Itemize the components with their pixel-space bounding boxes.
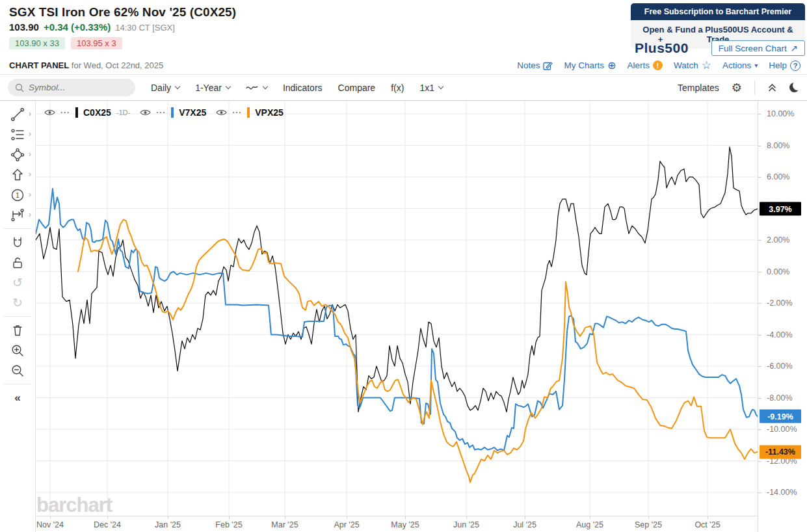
legend-color-bar xyxy=(247,107,250,118)
y-axis-tick xyxy=(758,398,761,399)
drawing-tools-rail: › › › › 1 › › ↺ ↻ xyxy=(0,101,36,532)
panel-date-subtitle: for Wed, Oct 22nd, 2025 xyxy=(72,60,163,70)
legend-period: -1D- xyxy=(116,109,130,116)
last-value-badge-V7X25: -9.19% xyxy=(760,410,801,423)
chart-canvas[interactable] xyxy=(36,101,758,516)
zoom-out-tool[interactable] xyxy=(2,360,33,380)
series-line-V7X25 xyxy=(36,189,758,451)
caret-down-icon: ▾ xyxy=(754,62,758,69)
legend-color-bar xyxy=(75,107,78,118)
chart-legend: ··· C0X25 -1D- ··· V7X25 ··· VPX25 xyxy=(44,107,287,118)
redo-icon: ↻ xyxy=(12,297,23,309)
x-axis-label: Nov '24 xyxy=(36,520,64,529)
actions-dropdown[interactable]: Actions ▾ xyxy=(722,60,758,70)
chart-type-dropdown[interactable] xyxy=(246,83,267,92)
gear-settings-icon[interactable]: ⚙ xyxy=(732,81,742,95)
tool-expand-chevron: › xyxy=(29,109,31,118)
shapes-tool[interactable]: › xyxy=(2,144,33,165)
watch-link[interactable]: Watch ☆ xyxy=(674,59,711,72)
rail-divider xyxy=(4,384,31,384)
magnet-mode-tool[interactable] xyxy=(2,232,33,252)
y-axis-label: -4.00% xyxy=(767,330,793,339)
legend-menu-dots[interactable]: ··· xyxy=(232,108,242,117)
compare-button[interactable]: Compare xyxy=(338,83,376,93)
x-axis[interactable]: Nov '24Dec '24Jan '25Feb '25Mar '25Apr '… xyxy=(36,516,758,532)
y-axis-label: -14.00% xyxy=(767,488,797,497)
plus500-logo-plus: + xyxy=(658,34,663,44)
plus500-logo[interactable]: Plus+500 xyxy=(631,40,689,56)
indicators-button[interactable]: Indicators xyxy=(283,83,323,93)
lock-drawings-tool[interactable] xyxy=(2,252,33,273)
x-axis-label: Aug '25 xyxy=(576,520,603,529)
trend-line-tool[interactable]: › xyxy=(2,104,33,124)
undo-button[interactable]: ↺ xyxy=(2,273,33,293)
grid-layout-dropdown[interactable]: 1x1 xyxy=(419,83,443,93)
tool-expand-chevron: › xyxy=(29,150,31,159)
last-value-badge-C0X25: 3.97% xyxy=(760,202,801,216)
y-axis-tick xyxy=(758,461,761,462)
y-axis[interactable]: 10.00%8.00%6.00%4.00%2.00%0.00%-2.00%-4.… xyxy=(758,101,807,532)
eye-visibility-icon[interactable] xyxy=(44,109,55,116)
star-icon: ☆ xyxy=(702,59,711,72)
ask-quote-badge: 103.95 x 3 xyxy=(71,37,122,49)
collapse-rail-button[interactable]: « xyxy=(2,388,33,408)
templates-button[interactable]: Templates xyxy=(678,83,719,93)
unlock-icon xyxy=(10,255,25,271)
legend-menu-dots[interactable]: ··· xyxy=(60,108,70,117)
chevron-down-icon xyxy=(226,84,231,89)
y-axis-tick xyxy=(758,114,761,114)
range-label: 1-Year xyxy=(195,83,222,93)
alerts-link[interactable]: Alerts ! xyxy=(627,60,663,70)
collapse-toolbar-icon[interactable] xyxy=(767,83,777,92)
notes-link[interactable]: Notes xyxy=(517,60,553,70)
help-link[interactable]: Help ? xyxy=(769,60,800,71)
my-charts-label: My Charts xyxy=(564,60,604,70)
notes-label: Notes xyxy=(517,60,540,70)
measure-tool[interactable]: › xyxy=(2,205,33,225)
trash-icon xyxy=(10,323,25,338)
help-label: Help xyxy=(769,60,787,70)
y-axis-label: 0.00% xyxy=(767,267,789,276)
x-axis-label: May '25 xyxy=(391,520,419,529)
x-axis-tick xyxy=(466,516,467,519)
zoom-in-tool[interactable] xyxy=(2,340,33,360)
redo-button[interactable]: ↻ xyxy=(2,293,33,313)
notes-pencil-icon xyxy=(543,60,553,70)
fullscreen-arrow-icon: ↗ xyxy=(791,43,798,53)
help-question-icon: ? xyxy=(790,60,800,71)
y-axis-label: 2.00% xyxy=(767,235,789,245)
eye-visibility-icon[interactable] xyxy=(216,109,227,116)
premier-subscription-button[interactable]: Free Subscription to Barchart Premier xyxy=(631,3,805,20)
x-axis-label: Dec '24 xyxy=(94,520,121,529)
session-timestamp: 14:30 CT [SGX] xyxy=(115,23,175,33)
plus500-logo-number: 500 xyxy=(665,40,689,55)
full-screen-chart-button[interactable]: Full Screen Chart ↗ xyxy=(711,40,805,56)
x-axis-label: Sep '25 xyxy=(635,520,662,529)
shapes-icon xyxy=(10,147,25,163)
chevron-down-icon xyxy=(175,84,180,89)
search-icon xyxy=(15,83,24,92)
range-dropdown[interactable]: 1-Year xyxy=(195,83,230,93)
fibonacci-tool[interactable]: › xyxy=(2,124,33,144)
trend-line-icon xyxy=(10,107,25,122)
symbol-search-box[interactable] xyxy=(8,79,135,96)
collapse-left-icon: « xyxy=(14,392,20,405)
eye-visibility-icon[interactable] xyxy=(140,109,151,116)
my-charts-link[interactable]: My Charts ⊕ xyxy=(564,59,616,72)
x-axis-tick xyxy=(229,516,230,519)
y-axis-tick xyxy=(758,303,761,304)
chart-plot-area[interactable]: ··· C0X25 -1D- ··· V7X25 ··· VPX25 xyxy=(36,101,758,516)
tool-expand-chevron: › xyxy=(29,190,31,199)
numbered-annotation-tool[interactable]: 1 › xyxy=(2,185,33,205)
delete-drawings-tool[interactable] xyxy=(2,320,33,340)
chevron-down-icon xyxy=(263,84,268,89)
symbol-search-input[interactable] xyxy=(29,83,126,92)
expressions-fx-button[interactable]: f(x) xyxy=(391,83,404,93)
dark-mode-moon-icon[interactable] xyxy=(789,83,799,92)
frequency-dropdown[interactable]: Daily xyxy=(151,83,179,93)
legend-menu-dots[interactable]: ··· xyxy=(156,108,166,117)
arrow-annotation-tool[interactable]: › xyxy=(2,165,33,185)
x-axis-label: Feb '25 xyxy=(215,520,242,529)
toolbar-divider xyxy=(754,81,755,95)
x-axis-tick xyxy=(708,516,708,519)
